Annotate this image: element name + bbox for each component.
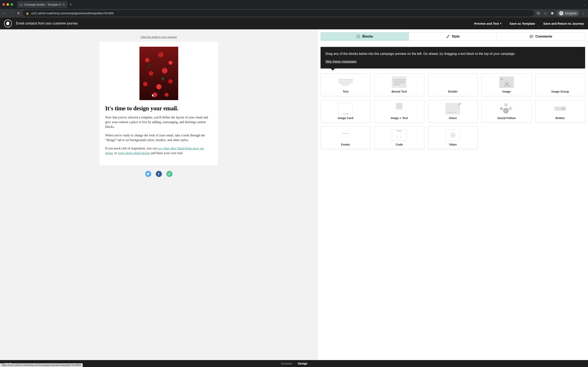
browser-tab[interactable]: Campaign Builder - Template D ✕ <box>17 1 67 8</box>
crumb-design: Design <box>298 362 307 365</box>
block-image-text[interactable]: Image + Text <box>374 100 424 123</box>
block-code-label: Code <box>396 143 403 146</box>
block-image-group-label: Image Group <box>551 90 569 93</box>
tab-blocks[interactable]: Blocks <box>321 33 409 41</box>
close-window-icon[interactable] <box>2 3 5 6</box>
tooltip-arrow-icon <box>331 68 335 71</box>
block-text[interactable]: Text <box>320 73 371 96</box>
block-image[interactable]: Image <box>481 73 531 96</box>
preview-label: Preview and Test <box>474 22 499 25</box>
crumb-template[interactable]: Template <box>281 362 292 365</box>
save-and-return-button[interactable]: Save and Return to Journey <box>543 22 584 25</box>
block-image-card-label: Image Card <box>338 117 353 120</box>
block-video[interactable]: Video <box>428 126 478 149</box>
block-image-label: Image <box>502 90 511 93</box>
email-heading[interactable]: It's time to design your email. <box>105 105 212 112</box>
block-image-card[interactable]: Image Card <box>320 100 371 123</box>
email-preview-pane[interactable]: View this email in your browser It's tim… <box>0 29 318 360</box>
share-icon: ➦ <box>445 103 460 114</box>
kebab-menu-icon[interactable]: ⋮ <box>581 11 586 16</box>
paintbrush-icon <box>446 35 450 38</box>
address-bar[interactable]: 🔒 us21.admin.mailchimp.com/campaigns/wiz… <box>23 10 534 17</box>
bookmark-star-icon[interactable]: ☆ <box>543 11 548 16</box>
svg-point-5 <box>358 36 359 37</box>
svg-point-4 <box>357 36 357 37</box>
close-tab-icon[interactable]: ✕ <box>62 3 65 6</box>
incognito-badge[interactable]: Incognito <box>557 10 579 16</box>
block-social-follow[interactable]: ◉ft + Social Follow <box>481 100 531 123</box>
tab-blocks-label: Blocks <box>362 35 373 38</box>
mailchimp-logo-icon[interactable] <box>4 20 12 27</box>
loading-spinner-icon <box>20 3 22 6</box>
minimize-window-icon[interactable] <box>7 3 9 6</box>
window-controls <box>2 3 13 6</box>
incognito-label: Incognito <box>565 12 577 15</box>
p3-mid: , or <box>113 151 118 155</box>
image-card-icon <box>338 103 353 114</box>
skip-messages-link[interactable]: Skip these messages <box>325 59 356 64</box>
new-tab-button[interactable]: + <box>69 2 72 7</box>
link-icon[interactable] <box>166 171 173 177</box>
browser-chrome: Campaign Builder - Template D ✕ + ⌄ ← → … <box>0 0 588 17</box>
extensions-icon[interactable] <box>550 11 555 16</box>
svg-point-2 <box>358 35 359 36</box>
email-canvas[interactable]: It's time to design your email. Now that… <box>100 42 218 165</box>
workspace: View this email in your browser It's tim… <box>0 29 588 360</box>
block-boxed-text[interactable]: Boxed Text <box>374 73 424 96</box>
block-button-label: Button <box>555 117 565 120</box>
browser-navbar: ← → ✕ 🔒 us21.admin.mailchimp.com/campaig… <box>0 9 588 17</box>
text-block-icon <box>338 76 353 88</box>
email-body-text[interactable]: Now that you've selected a template, you… <box>105 115 212 155</box>
view-in-browser-link[interactable]: View this email in your browser <box>140 35 177 39</box>
block-footer[interactable]: Footer <box>320 126 371 149</box>
block-divider[interactable]: Divider <box>428 73 478 96</box>
block-social-follow-label: Social Follow <box>497 117 516 120</box>
svg-point-1 <box>357 35 357 36</box>
block-boxed-text-label: Boxed Text <box>392 90 407 93</box>
chevron-down-icon: ▾ <box>500 22 502 25</box>
tab-comments-label: Comments <box>535 35 552 38</box>
stop-reload-icon[interactable]: ✕ <box>16 11 21 16</box>
tab-strip: Campaign Builder - Template D ✕ + ⌄ <box>0 0 588 9</box>
code-icon: < > <box>392 129 406 141</box>
tab-title: Campaign Builder - Template D <box>24 3 61 6</box>
status-bar-url: https://us21.admin.mailchimp.com/campaig… <box>0 363 83 367</box>
image-text-icon <box>392 103 406 114</box>
preview-and-test-button[interactable]: Preview and Test ▾ <box>474 22 502 25</box>
block-image-group[interactable]: Image Group <box>535 73 585 96</box>
block-button[interactable]: ↖ Button <box>535 100 585 123</box>
comment-icon <box>530 35 533 38</box>
email-paragraph-3: If you need a bit of inspiration, you ca… <box>105 146 212 155</box>
email-paragraph-1: Now that you've selected a template, you… <box>105 115 212 129</box>
block-share[interactable]: ➦ Share <box>428 100 478 123</box>
back-icon[interactable]: ← <box>2 11 7 16</box>
block-image-text-label: Image + Text <box>390 117 408 120</box>
hero-image[interactable] <box>139 47 178 100</box>
tab-style-label: Style <box>452 35 459 38</box>
builder-tabs: Blocks Style Comments <box>320 32 585 41</box>
lock-icon: 🔒 <box>26 12 29 15</box>
divider-icon <box>445 76 460 88</box>
blocks-grid-icon <box>356 35 360 38</box>
block-footer-label: Footer <box>341 143 350 146</box>
social-row <box>145 171 173 177</box>
svg-point-6 <box>359 36 360 37</box>
tab-comments[interactable]: Comments <box>497 33 585 41</box>
eye-off-icon[interactable] <box>536 11 541 16</box>
facebook-icon[interactable] <box>156 171 162 177</box>
svg-rect-0 <box>551 12 553 15</box>
email-paragraph-2: When you're ready to change the look of … <box>105 133 212 142</box>
p3-prefix: If you need a bit of inspiration, you ca… <box>105 147 158 150</box>
block-text-label: Text <box>343 90 348 93</box>
builder-pane: Blocks Style Comments Drag any of the bl… <box>318 29 588 360</box>
tabs-overflow-icon[interactable]: ⌄ <box>583 3 586 6</box>
inspiration-link-2[interactable]: learn about email design <box>118 151 150 155</box>
tab-style[interactable]: Style <box>409 33 497 41</box>
blocks-grid: Text Boxed Text Divider Image <box>318 73 588 153</box>
block-code[interactable]: < > Code <box>374 126 424 149</box>
save-as-template-button[interactable]: Save as Template <box>510 22 535 25</box>
maximize-window-icon[interactable] <box>11 3 13 6</box>
footer-icon <box>338 129 353 141</box>
twitter-icon[interactable] <box>145 171 151 177</box>
svg-point-8 <box>358 38 359 38</box>
